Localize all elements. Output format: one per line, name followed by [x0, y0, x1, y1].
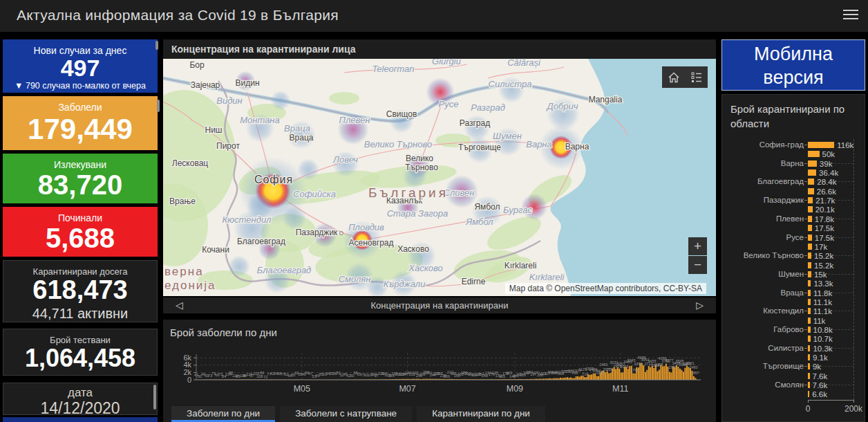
bar[interactable]	[608, 374, 610, 380]
bar[interactable]	[808, 206, 813, 212]
bar[interactable]	[657, 371, 658, 380]
bar[interactable]	[579, 377, 581, 380]
bar[interactable]	[660, 365, 661, 380]
bar[interactable]	[646, 370, 648, 380]
mobile-version-button[interactable]: Мобилна версия	[721, 39, 865, 91]
bar[interactable]	[570, 378, 572, 380]
bar[interactable]	[607, 371, 608, 380]
bar[interactable]	[576, 376, 577, 380]
bar[interactable]	[619, 369, 620, 380]
bar[interactable]	[808, 318, 811, 324]
bar[interactable]	[632, 374, 634, 380]
bar[interactable]	[808, 299, 811, 305]
bar[interactable]	[586, 377, 587, 380]
bar[interactable]	[617, 367, 619, 380]
bar[interactable]	[652, 366, 653, 380]
bar[interactable]	[808, 151, 820, 157]
bar[interactable]	[808, 345, 810, 351]
bar[interactable]	[625, 367, 627, 380]
zoom-in-button[interactable]: +	[688, 237, 707, 255]
bar[interactable]	[643, 365, 644, 380]
bar[interactable]	[693, 376, 695, 380]
bar[interactable]	[589, 375, 591, 380]
bar[interactable]	[648, 366, 650, 380]
bar[interactable]	[593, 374, 594, 380]
bar[interactable]	[808, 188, 814, 194]
bar[interactable]	[645, 372, 646, 380]
bar[interactable]	[662, 366, 663, 380]
bar[interactable]	[628, 369, 629, 380]
home-button[interactable]	[662, 66, 685, 88]
zoom-out-button[interactable]: −	[688, 256, 707, 274]
bar[interactable]	[808, 262, 811, 268]
tab-cumulative-cases[interactable]: Заболели с натрупване	[280, 406, 412, 422]
map-label: Хасково	[408, 263, 443, 273]
bar[interactable]	[605, 372, 606, 380]
bar[interactable]	[663, 366, 665, 380]
menu-button[interactable]	[843, 10, 858, 21]
tab-daily-cases[interactable]: Заболели по дни	[171, 406, 275, 422]
bar[interactable]	[808, 336, 811, 342]
bar[interactable]	[622, 372, 623, 380]
bar[interactable]	[808, 216, 812, 222]
bar[interactable]	[598, 376, 599, 380]
scrollbar-thumb[interactable]	[157, 100, 160, 112]
bar[interactable]	[808, 178, 814, 185]
bar[interactable]	[808, 244, 812, 250]
bar[interactable]	[808, 327, 811, 333]
bar[interactable]	[584, 377, 585, 380]
bar[interactable]	[583, 376, 584, 380]
tab-daily-quarantined[interactable]: Карантинирани по дни	[417, 406, 545, 422]
bar[interactable]	[666, 364, 667, 380]
bar[interactable]	[808, 169, 816, 176]
bar[interactable]	[808, 308, 811, 314]
bar[interactable]	[653, 368, 654, 380]
bar[interactable]	[669, 372, 670, 380]
bar[interactable]	[808, 280, 811, 286]
bar[interactable]	[577, 376, 578, 380]
scrollbar-thumb[interactable]	[153, 385, 156, 410]
bar[interactable]	[808, 363, 810, 369]
map-label: Силистра	[489, 79, 532, 89]
bar[interactable]	[650, 367, 651, 380]
bar[interactable]	[808, 197, 813, 203]
bar[interactable]	[808, 354, 810, 360]
bar[interactable]	[624, 367, 625, 380]
bar[interactable]	[615, 369, 616, 380]
map-canvas[interactable]: БорЗајечарВидинНишПиротЛесковацВрањеКоча…	[163, 59, 716, 296]
bar[interactable]	[591, 374, 592, 380]
carousel-next-button[interactable]: ▷	[696, 300, 704, 311]
svg-text:497: 497	[692, 371, 699, 375]
bar[interactable]	[670, 372, 672, 380]
bar[interactable]	[690, 368, 691, 380]
bar[interactable]	[808, 225, 812, 231]
bar[interactable]	[659, 370, 660, 380]
bar[interactable]	[581, 376, 582, 380]
bar[interactable]	[679, 369, 681, 380]
stat-card-partial	[3, 417, 158, 422]
stat-card-tested: Брой тествани 1,064,458	[3, 329, 158, 376]
bar[interactable]	[808, 160, 817, 167]
bar[interactable]	[634, 374, 636, 380]
bar[interactable]	[808, 253, 811, 259]
bar[interactable]	[683, 371, 684, 380]
bar[interactable]	[677, 367, 679, 380]
bar[interactable]	[621, 372, 622, 380]
legend-button[interactable]	[685, 66, 708, 88]
bar[interactable]	[808, 142, 834, 148]
bar[interactable]	[686, 366, 688, 380]
scrollbar-thumb[interactable]	[155, 41, 158, 50]
bar[interactable]	[808, 271, 811, 277]
bar[interactable]	[610, 373, 612, 380]
bar[interactable]	[808, 235, 812, 241]
bar[interactable]	[808, 391, 809, 397]
bar[interactable]	[684, 368, 686, 380]
bar[interactable]	[596, 376, 598, 380]
bar[interactable]	[567, 377, 568, 380]
bar[interactable]	[808, 382, 810, 388]
bar[interactable]	[808, 373, 810, 379]
bar[interactable]	[808, 290, 811, 296]
home-icon	[667, 71, 681, 84]
bar[interactable]	[681, 370, 682, 380]
map-label: Шумен	[493, 131, 522, 141]
